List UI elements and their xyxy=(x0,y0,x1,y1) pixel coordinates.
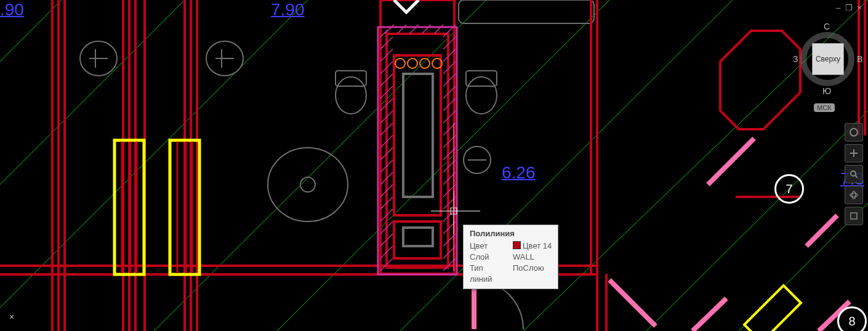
svg-point-119 xyxy=(851,171,856,176)
tooltip-linetype-label: Тип линий xyxy=(470,263,507,285)
tooltip-title: Полилиния xyxy=(470,229,552,238)
svg-line-110 xyxy=(693,298,726,331)
viewport-window-controls: – ❐ × xyxy=(835,3,863,12)
svg-point-121 xyxy=(850,193,858,197)
svg-line-92 xyxy=(409,25,419,34)
svg-point-17 xyxy=(466,77,497,114)
svg-rect-16 xyxy=(336,71,366,86)
svg-point-96 xyxy=(408,58,417,68)
tooltip-color-label: Цвет xyxy=(470,241,507,252)
svg-line-111 xyxy=(708,138,754,185)
svg-line-1 xyxy=(0,0,308,246)
svg-point-118 xyxy=(850,129,858,136)
dimension-text: .90 xyxy=(0,0,24,20)
viewcube-face-top[interactable]: Сверху xyxy=(812,43,844,75)
nav-more-button[interactable] xyxy=(845,207,863,225)
svg-rect-42 xyxy=(403,228,433,246)
corner-close-button[interactable]: × xyxy=(9,312,14,322)
svg-line-93 xyxy=(422,25,431,34)
svg-rect-19 xyxy=(459,0,594,23)
svg-rect-18 xyxy=(466,71,497,86)
tooltip-linetype-value: ПоСлою xyxy=(513,263,544,285)
room-label: 7 xyxy=(774,174,804,204)
drawing-canvas[interactable]: .90 7.90 6.26 7.3 7 8 Полилиния Цвет Цве… xyxy=(0,0,868,331)
svg-point-97 xyxy=(420,58,430,68)
minimize-button[interactable]: – xyxy=(836,3,840,12)
viewcube-north[interactable]: С xyxy=(824,22,830,31)
svg-line-109 xyxy=(609,280,656,326)
pan-button[interactable] xyxy=(845,144,863,162)
hover-tooltip: Полилиния Цвет Цвет 14 Слой WALL Тип лин… xyxy=(463,225,558,289)
svg-line-91 xyxy=(397,25,406,34)
svg-rect-123 xyxy=(851,213,857,219)
tooltip-layer-value: WALL xyxy=(513,252,534,263)
nav-wheel-button[interactable] xyxy=(845,123,863,142)
viewcube-west[interactable]: З xyxy=(793,54,798,64)
svg-point-95 xyxy=(395,58,405,68)
svg-line-112 xyxy=(806,215,837,246)
svg-point-15 xyxy=(336,77,366,114)
viewcube-south[interactable]: Ю xyxy=(822,86,831,96)
close-button[interactable]: × xyxy=(857,3,862,12)
svg-point-20 xyxy=(268,148,348,221)
orbit-button[interactable] xyxy=(845,186,863,204)
svg-point-21 xyxy=(300,177,315,192)
svg-line-90 xyxy=(385,25,394,34)
svg-line-0 xyxy=(0,0,308,123)
dimension-text: 6.26 xyxy=(502,163,536,183)
navigation-bar xyxy=(845,123,863,225)
viewcube[interactable]: Сверху С Ю В З МСК xyxy=(782,12,856,86)
svg-rect-107 xyxy=(744,285,801,331)
svg-line-94 xyxy=(434,25,443,34)
svg-point-122 xyxy=(852,191,856,199)
room-label: 8 xyxy=(837,306,867,331)
wcs-badge[interactable]: МСК xyxy=(814,103,835,112)
tooltip-color-value: Цвет 14 xyxy=(513,241,552,252)
tooltip-layer-label: Слой xyxy=(470,252,507,263)
viewcube-east[interactable]: В xyxy=(857,54,862,64)
restore-button[interactable]: ❐ xyxy=(845,3,853,12)
svg-rect-41 xyxy=(403,74,433,197)
zoom-button[interactable] xyxy=(845,165,863,183)
svg-line-120 xyxy=(855,175,858,178)
color-swatch-icon xyxy=(513,241,521,249)
dimension-text: 7.90 xyxy=(271,0,305,20)
